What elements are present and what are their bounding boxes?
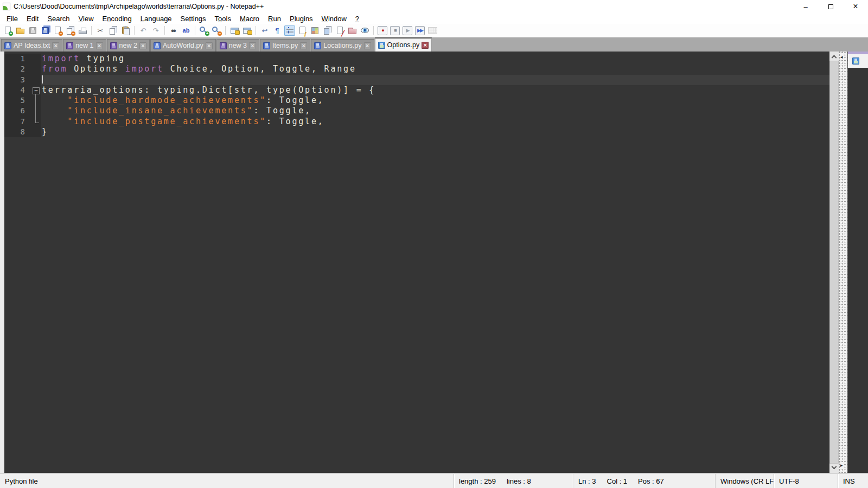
replace-icon[interactable]: ab: [181, 25, 192, 36]
tab-items-py[interactable]: Items.py×: [260, 39, 310, 52]
macro-record-icon[interactable]: ●: [377, 25, 388, 36]
editor-view[interactable]: 1import typing2from Options import Choic…: [4, 52, 829, 473]
document-switcher-icon[interactable]: [322, 25, 333, 36]
line-number[interactable]: 7: [4, 117, 31, 127]
scroll-down-button[interactable]: [829, 464, 839, 473]
menu-run[interactable]: Run: [264, 14, 285, 23]
fold-margin: [31, 117, 41, 127]
line-number[interactable]: 8: [4, 127, 31, 137]
tab-close-icon[interactable]: ×: [249, 42, 256, 49]
tab-locations-py[interactable]: Locations.py×: [311, 39, 374, 52]
document-map-icon[interactable]: [309, 25, 320, 36]
tab-new-3[interactable]: new 3×: [216, 39, 259, 52]
code-line[interactable]: 6 "include_insane_achievements": Toggle,: [4, 106, 829, 116]
print-icon[interactable]: [77, 25, 88, 36]
minimize-button[interactable]: –: [793, 0, 818, 13]
code-line[interactable]: 1import typing: [4, 54, 829, 64]
macro-run-multiple-icon[interactable]: ▶▶: [414, 25, 425, 36]
show-all-characters-icon[interactable]: ¶: [272, 25, 283, 36]
word-wrap-icon[interactable]: ↩: [259, 25, 270, 36]
code-pane[interactable]: 1import typing2from Options import Choic…: [4, 52, 829, 473]
show-indent-guide-icon[interactable]: [284, 25, 295, 36]
maximize-button[interactable]: [818, 0, 843, 13]
status-encoding[interactable]: UTF-8: [774, 474, 838, 488]
macro-stop-icon[interactable]: ■: [390, 25, 400, 36]
line-number[interactable]: 6: [4, 106, 31, 116]
open-file-icon[interactable]: [15, 25, 25, 36]
menu-plugins[interactable]: Plugins: [285, 14, 317, 23]
project-panel-icon[interactable]: [347, 25, 358, 36]
menu-edit[interactable]: Edit: [22, 14, 43, 23]
collapse-right-arrow-icon[interactable]: ▸: [840, 462, 843, 468]
code-line[interactable]: 2from Options import Choice, Option, Tog…: [4, 64, 829, 74]
line-number[interactable]: 3: [4, 75, 31, 85]
zoom-in-icon[interactable]: +: [199, 25, 209, 36]
file-state-icon: [378, 42, 385, 49]
menu-settings[interactable]: Settings: [176, 14, 210, 23]
scrollbar-thumb[interactable]: [829, 61, 839, 464]
menu-macro[interactable]: Macro: [235, 14, 264, 23]
save-icon[interactable]: [27, 25, 38, 36]
menu-view[interactable]: View: [74, 14, 98, 23]
code-line[interactable]: 8}: [4, 127, 829, 137]
tab-close-icon[interactable]: ×: [422, 42, 429, 49]
tab-new-2[interactable]: new 2×: [107, 39, 150, 52]
tab-ap-ideas-txt[interactable]: AP Ideas.txt×: [1, 39, 62, 52]
tab-close-icon[interactable]: ×: [206, 42, 213, 49]
copy-icon[interactable]: [107, 25, 118, 36]
tab-options-py[interactable]: Options.py×: [375, 37, 432, 52]
menu-search[interactable]: Search: [43, 14, 74, 23]
second-view-tab[interactable]: [848, 54, 868, 68]
close-document-icon[interactable]: −: [52, 25, 63, 36]
macro-play-icon[interactable]: ▶: [402, 25, 413, 36]
redo-icon[interactable]: ↷: [150, 25, 161, 36]
undo-icon[interactable]: ↶: [138, 25, 149, 36]
line-number[interactable]: 2: [4, 64, 31, 74]
edit-with-external-icon[interactable]: ╱: [334, 25, 345, 36]
sync-vertical-scrolling-icon[interactable]: [229, 25, 240, 36]
tab-close-icon[interactable]: ×: [300, 42, 307, 49]
tab-new-1[interactable]: new 1×: [63, 39, 106, 52]
zoom-out-icon[interactable]: −: [211, 25, 222, 36]
fold-toggle[interactable]: [31, 85, 41, 95]
paste-icon[interactable]: [120, 25, 131, 36]
window-controls: – ×: [793, 0, 868, 13]
icon-shape: [110, 28, 115, 35]
code-line[interactable]: 4terraria_options: typing.Dict[str, type…: [4, 85, 829, 95]
line-number[interactable]: 1: [4, 54, 31, 64]
tab-close-icon[interactable]: ×: [96, 42, 103, 49]
status-eol-format[interactable]: Windows (CR LF): [715, 474, 774, 488]
second-view-editor[interactable]: [848, 68, 868, 473]
scroll-up-button[interactable]: [829, 52, 839, 61]
code-line[interactable]: 5 "include_hardmode_achievements": Toggl…: [4, 95, 829, 106]
line-number[interactable]: 4: [4, 85, 31, 95]
code-segment: "include_hardmode_achievements": [67, 95, 266, 105]
function-list-icon[interactable]: ƒ: [297, 25, 308, 36]
close-button[interactable]: ×: [843, 0, 868, 13]
status-insert-mode[interactable]: INS: [838, 474, 868, 488]
vertical-scrollbar[interactable]: [829, 52, 839, 473]
collapse-left-arrow-icon[interactable]: ◂: [840, 54, 843, 60]
menu-tools[interactable]: Tools: [210, 14, 235, 23]
tab-close-icon[interactable]: ×: [139, 42, 146, 49]
menu-file[interactable]: File: [2, 14, 22, 23]
menu-?[interactable]: ?: [351, 14, 363, 23]
tab-close-icon[interactable]: ×: [52, 42, 59, 49]
save-all-icon[interactable]: [40, 25, 50, 36]
file-monitoring-icon[interactable]: [359, 25, 370, 36]
sync-horizontal-scrolling-icon[interactable]: [241, 25, 252, 36]
tab-close-icon[interactable]: ×: [364, 42, 371, 49]
menu-window[interactable]: Window: [317, 14, 351, 23]
code-line[interactable]: 3: [4, 75, 829, 85]
line-number[interactable]: 5: [4, 95, 31, 106]
cut-icon[interactable]: ✂: [95, 25, 106, 36]
new-file-icon[interactable]: +: [2, 25, 13, 36]
find-icon[interactable]: ●●: [168, 25, 179, 36]
tab-autoworld-py[interactable]: AutoWorld.py×: [150, 39, 216, 52]
menu-language[interactable]: Language: [136, 14, 176, 23]
macro-save-icon[interactable]: [427, 25, 438, 36]
close-all-documents-icon[interactable]: −: [65, 25, 75, 36]
menu-encoding[interactable]: Encoding: [98, 14, 136, 23]
panel-splitter[interactable]: ◂ ▸: [839, 52, 847, 473]
code-line[interactable]: 7 "include_postgame_achievements": Toggl…: [4, 117, 829, 127]
